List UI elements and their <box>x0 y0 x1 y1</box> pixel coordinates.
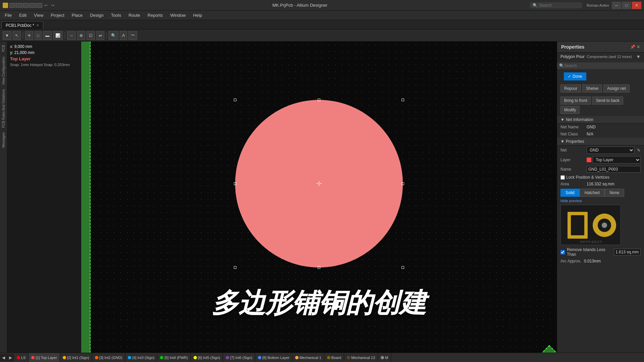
name-prop-input[interactable] <box>587 166 641 173</box>
remove-islands-checkbox[interactable] <box>560 250 565 254</box>
sel-handle-left[interactable] <box>234 182 236 185</box>
layer-tab-int3[interactable]: [4] Int3 (Sign) <box>125 353 157 362</box>
panel-pin-btn[interactable]: 📌 <box>630 45 635 49</box>
toolbar-route-btn[interactable]: ⇌ <box>96 31 104 40</box>
toolbar-measure-btn[interactable]: ↔ <box>67 31 76 40</box>
layer-tab-int4[interactable]: [5] Int4 (PWR) <box>157 353 191 362</box>
toolbar-filter-btn[interactable]: ▼ <box>3 31 11 40</box>
sel-handle-top-right[interactable] <box>401 99 404 101</box>
filter-btn[interactable]: ▼ <box>636 54 641 59</box>
toolbar-wave-btn[interactable]: 〜 <box>128 31 137 40</box>
layer-dot-int5 <box>194 356 197 359</box>
close-button[interactable]: ✕ <box>632 2 641 9</box>
title-search[interactable]: 🔍 <box>530 2 582 8</box>
toolbar-zoom-btn[interactable]: 🔍 <box>109 31 118 40</box>
left-sidebar: PCB View Configuration PCB Rules And Vio… <box>0 42 7 353</box>
layer-tab-int5[interactable]: [6] Int5 (Sign) <box>191 353 223 362</box>
toolbar-icon5[interactable] <box>36 3 42 8</box>
layer-prop-select[interactable]: Top Layer <box>593 156 641 164</box>
menu-window[interactable]: Window <box>167 11 189 19</box>
canvas-area[interactable]: ✛ 多边形铺铜的创建 <box>81 42 557 353</box>
toolbar-snap-btn[interactable]: ⊕ <box>77 31 85 40</box>
net-name-label: Net Name <box>560 125 584 129</box>
toolbar-bar-btn[interactable]: ▬ <box>43 31 52 40</box>
fill-solid-btn[interactable]: Solid <box>560 189 580 197</box>
toolbar-drc-btn[interactable]: ☑ <box>87 31 95 40</box>
sidebar-pcb-rules[interactable]: PCB Rules And Violations <box>1 87 6 130</box>
minimize-button[interactable]: ─ <box>612 2 621 9</box>
menu-reports[interactable]: Reports <box>144 11 166 19</box>
menu-tools[interactable]: Tools <box>108 11 124 19</box>
toolbar-icon3[interactable] <box>23 3 29 8</box>
menu-design[interactable]: Design <box>87 11 107 19</box>
sidebar-messages[interactable]: Messages <box>1 130 6 150</box>
toolbar-rect-btn[interactable]: □ <box>35 31 42 40</box>
sel-handle-bottom-left[interactable] <box>234 266 236 269</box>
toolbar-text-btn[interactable]: A <box>120 31 127 40</box>
done-button[interactable]: ✓ Done <box>564 72 586 80</box>
layer-tab-m[interactable]: M <box>378 353 391 362</box>
layer-tab-board-label: Board <box>331 356 341 360</box>
sel-handle-top-left[interactable] <box>234 99 236 101</box>
pcb-canvas[interactable]: ✛ 多边形铺铜的创建 <box>81 42 557 353</box>
polygon-pour-circle[interactable]: ✛ <box>235 100 403 267</box>
shelve-button[interactable]: Shelve <box>582 84 602 93</box>
menu-edit[interactable]: Edit <box>16 11 30 19</box>
fill-hatched-btn[interactable]: Hatched <box>580 189 605 197</box>
bring-to-front-button[interactable]: Bring to front <box>560 97 591 105</box>
sidebar-view-config[interactable]: View Configuration <box>1 55 6 87</box>
title-search-input[interactable] <box>539 3 579 8</box>
layer-scroll-left[interactable]: ◀ <box>0 354 7 361</box>
menu-project[interactable]: Project <box>47 11 67 19</box>
menu-place[interactable]: Place <box>68 11 86 19</box>
net-info-section-header[interactable]: ▼ Net Information <box>557 116 644 124</box>
layer-tab-int6[interactable]: [7] Int6 (Sign) <box>223 353 255 362</box>
panel-close-btn[interactable]: ✕ <box>637 45 640 49</box>
menu-file[interactable]: File <box>1 11 15 19</box>
send-to-back-button[interactable]: Send to back <box>592 97 623 105</box>
menu-help[interactable]: Help <box>190 11 206 19</box>
layer-scroll-right[interactable]: ▶ <box>7 354 14 361</box>
doc-tab-pcb[interactable]: PCB1.PcbDoc * ✕ <box>1 21 43 29</box>
layer-tab-ls[interactable]: LS <box>14 353 29 362</box>
net-prop-select[interactable]: GND <box>587 146 634 154</box>
layer-tab-bottom[interactable]: [8] Bottom Layer <box>255 353 292 362</box>
redo-icon[interactable]: ↪ <box>50 3 56 8</box>
undo-icon[interactable]: ↩ <box>43 3 49 8</box>
toolbar-select-btn[interactable]: ↖ <box>13 31 21 40</box>
area-label: Area <box>560 182 584 186</box>
layer-tab-top[interactable]: [1] Top Layer <box>29 353 60 362</box>
layer-tab-int6-label: [7] Int6 (Sign) <box>230 356 252 360</box>
maximize-button[interactable]: □ <box>622 2 631 9</box>
toolbar-icon2[interactable] <box>16 3 22 8</box>
toolbar-crosshair-btn[interactable]: ✛ <box>25 31 33 40</box>
layer-select-row: Top Layer <box>587 156 641 164</box>
layer-tab-mech13[interactable]: Mechanical 13 <box>344 353 378 362</box>
toolbar-icon[interactable] <box>9 3 15 8</box>
remove-islands-value[interactable] <box>614 249 641 255</box>
fill-none-btn[interactable]: None <box>604 189 624 197</box>
menu-route[interactable]: Route <box>125 11 144 19</box>
layer-tab-int1[interactable]: [2] Int1 (Sign) <box>60 353 92 362</box>
repour-button[interactable]: Repour <box>560 84 581 93</box>
lock-checkbox[interactable] <box>560 175 565 180</box>
layer-tab-board[interactable]: Board <box>324 353 344 362</box>
sel-handle-top[interactable] <box>318 99 320 101</box>
properties-section-header[interactable]: ▼ Properties <box>557 138 644 145</box>
sel-handle-bottom-right[interactable] <box>401 266 404 269</box>
assign-net-button[interactable]: Assign net <box>603 84 630 93</box>
layer-tab-int2[interactable]: [3] Int2 (GND) <box>92 353 125 362</box>
title-bar: ↩ ↪ MK.PrjPcb - Altium Designer 🔍 Roman … <box>0 0 644 11</box>
menu-view[interactable]: View <box>31 11 47 19</box>
toolbar-chart-btn[interactable]: 📊 <box>53 31 63 40</box>
hide-preview-link[interactable]: Hide preview <box>557 198 644 203</box>
doc-tab-close[interactable]: ✕ <box>36 23 39 27</box>
sel-handle-bottom[interactable] <box>318 266 320 269</box>
layer-tab-mech1[interactable]: Mechanical 1 <box>292 353 324 362</box>
properties-search-input[interactable] <box>564 63 642 68</box>
sel-handle-right[interactable] <box>401 182 404 185</box>
modify-button[interactable]: Modify <box>560 106 580 114</box>
net-edit-btn[interactable]: ✎ <box>637 148 641 153</box>
toolbar-icon4[interactable] <box>30 3 36 8</box>
sidebar-pcb-inspector[interactable]: PCB <box>1 43 6 54</box>
